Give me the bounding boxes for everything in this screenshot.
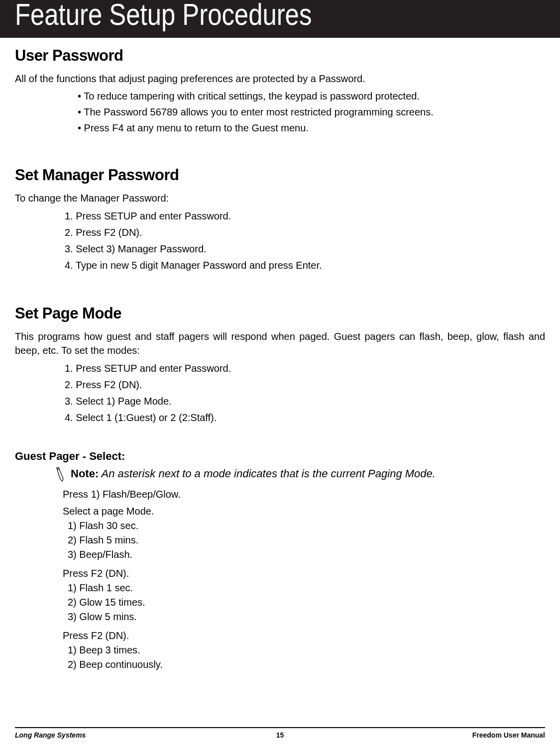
guest-option: 2) Glow 15 times. (68, 595, 545, 610)
guest-option: 2) Beep continuously. (68, 657, 545, 672)
footer-right: Freedom User Manual (472, 731, 545, 739)
steps-set-page-mode: 1. Press SETUP and enter Password. 2. Pr… (65, 360, 545, 426)
footer-left: Long Range Systems (15, 731, 86, 739)
guest-line: Press F2 (DN). (63, 566, 545, 581)
guest-option: 1) Flash 30 sec. (68, 519, 545, 533)
step-item: 2. Press F2 (DN). (65, 224, 545, 241)
heading-set-manager-password: Set Manager Password (15, 166, 545, 184)
note-body: An asterisk next to a mode indicates tha… (99, 467, 436, 480)
step-item: 4. Select 1 (1:Guest) or 2 (2:Staff). (65, 410, 545, 426)
footer-page-number: 15 (276, 731, 284, 739)
bullet-item: • Press F4 at any menu to return to the … (78, 120, 545, 135)
guest-block-1: Press 1) Flash/Beep/Glow. Select a page … (15, 487, 545, 562)
guest-option: 3) Glow 5 mins. (68, 610, 545, 624)
heading-user-password: User Password (15, 47, 545, 65)
step-item: 3. Select 3) Manager Password. (65, 241, 545, 257)
steps-set-manager-password: 1. Press SETUP and enter Password. 2. Pr… (65, 208, 545, 274)
step-item: 2. Press F2 (DN). (65, 377, 545, 393)
intro-user-password: All of the functions that adjust paging … (15, 72, 545, 86)
note-text: Note: An asterisk next to a mode indicat… (71, 467, 436, 481)
bullet-list-user-password: • To reduce tampering with critical sett… (78, 89, 545, 135)
bullet-item: • To reduce tampering with critical sett… (78, 89, 545, 104)
guest-line: Press 1) Flash/Beep/Glow. (63, 487, 545, 502)
step-item: 3. Select 1) Page Mode. (65, 393, 545, 410)
guest-line: Press F2 (DN). (63, 628, 545, 643)
note-row: Note: An asterisk next to a mode indicat… (54, 467, 545, 482)
guest-block-2: Press F2 (DN). 1) Flash 1 sec. 2) Glow 1… (15, 566, 545, 624)
pencil-icon (54, 467, 66, 482)
footer: Long Range Systems 15 Freedom User Manua… (15, 727, 545, 739)
bullet-item: • The Password 56789 allows you to enter… (78, 105, 545, 119)
step-item: 1. Press SETUP and enter Password. (65, 208, 545, 224)
heading-guest-pager-select: Guest Pager - Select: (15, 450, 545, 463)
note-label: Note: (71, 467, 99, 480)
guest-option: 1) Flash 1 sec. (68, 581, 545, 595)
header-bar: Feature Setup Procedures (0, 0, 560, 38)
step-item: 1. Press SETUP and enter Password. (65, 360, 545, 377)
intro-set-manager-password: To change the Manager Password: (15, 191, 545, 205)
heading-set-page-mode: Set Page Mode (15, 305, 545, 322)
guest-option: 1) Beep 3 times. (68, 643, 545, 657)
guest-line: Select a page Mode. (63, 504, 545, 519)
page-title: Feature Setup Procedures (15, 0, 312, 30)
guest-option: 3) Beep/Flash. (68, 547, 545, 562)
intro-set-page-mode: This programs how guest and staff pagers… (15, 329, 545, 357)
content-area: User Password All of the functions that … (0, 38, 560, 672)
guest-option: 2) Flash 5 mins. (68, 533, 545, 547)
guest-block-3: Press F2 (DN). 1) Beep 3 times. 2) Beep … (15, 628, 545, 672)
step-item: 4. Type in new 5 digit Manager Password … (65, 257, 545, 274)
